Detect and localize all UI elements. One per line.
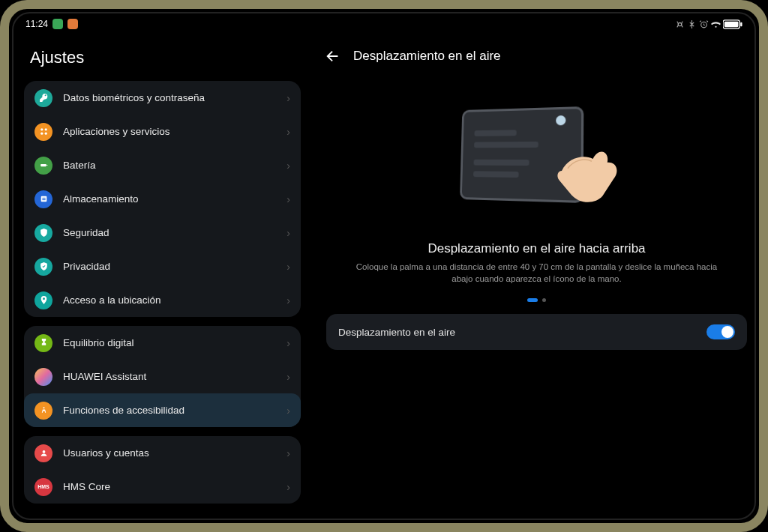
switch-knob — [722, 326, 734, 338]
chevron-right-icon: › — [286, 371, 290, 383]
sidebar-item-hms-core[interactable]: HMS HMS Core › — [24, 470, 301, 504]
air-scroll-toggle-row[interactable]: Desplazamiento en el aire — [326, 314, 747, 350]
sidebar-item-label: Almacenamiento — [63, 193, 286, 205]
chevron-right-icon: › — [286, 294, 290, 306]
svg-point-7 — [40, 133, 43, 135]
page-title: Ajustes — [24, 34, 301, 81]
key-icon — [34, 89, 52, 107]
hourglass-icon — [34, 334, 52, 352]
sidebar-item-label: Privacidad — [63, 261, 286, 272]
gesture-indicator-icon — [556, 115, 566, 125]
chevron-right-icon: › — [286, 193, 290, 205]
back-button[interactable] — [325, 48, 341, 64]
hand-icon — [550, 135, 622, 207]
sidebar-item-storage[interactable]: Almacenamiento › — [24, 182, 301, 216]
battery-icon — [34, 157, 52, 175]
air-scroll-switch[interactable] — [706, 324, 735, 339]
sidebar-item-location[interactable]: Acceso a la ubicación › — [24, 283, 301, 317]
nfc-icon — [675, 19, 685, 29]
svg-point-8 — [44, 133, 46, 135]
chevron-right-icon: › — [286, 337, 290, 349]
chevron-right-icon: › — [286, 481, 290, 493]
detail-header: Desplazamiento en el aire — [323, 34, 750, 72]
carousel-dot[interactable] — [542, 298, 546, 302]
wifi-icon — [711, 19, 721, 29]
svg-point-6 — [44, 128, 46, 130]
user-icon — [34, 444, 52, 462]
chevron-right-icon: › — [286, 160, 290, 172]
sidebar-item-label: Funciones de accesibilidad — [63, 405, 286, 416]
sidebar-item-users[interactable]: Usuarios y cuentas › — [24, 436, 301, 470]
detail-title: Desplazamiento en el aire — [353, 49, 501, 64]
chevron-right-icon: › — [286, 261, 290, 273]
status-right — [675, 19, 742, 29]
instruction-description: Coloque la palma a una distancia de entr… — [323, 261, 750, 285]
battery-icon — [723, 19, 742, 29]
status-indicator-icon — [68, 19, 78, 29]
svg-point-14 — [42, 450, 45, 453]
sidebar-group: Datos biométricos y contraseña › Aplicac… — [24, 81, 301, 317]
status-time: 11:24 — [26, 19, 48, 29]
svg-rect-4 — [740, 22, 742, 26]
bluetooth-off-icon — [687, 19, 697, 29]
status-bar: 11:24 — [14, 13, 754, 34]
svg-rect-9 — [40, 164, 46, 166]
chevron-right-icon: › — [286, 92, 290, 104]
sidebar-item-digital-balance[interactable]: Equilibrio digital › — [24, 326, 301, 360]
sidebar-item-label: Seguridad — [63, 227, 286, 238]
sidebar-item-label: Aplicaciones y servicios — [63, 126, 286, 137]
sidebar-item-label: Usuarios y cuentas — [63, 447, 286, 459]
svg-rect-10 — [46, 165, 47, 166]
sidebar-group: Equilibrio digital › HUAWEI Assistant › … — [24, 326, 301, 427]
svg-point-5 — [40, 128, 43, 130]
air-scroll-illustration — [323, 72, 750, 234]
sidebar-item-security[interactable]: Seguridad › — [24, 216, 301, 250]
sidebar-item-privacy[interactable]: Privacidad › — [24, 250, 301, 283]
sidebar-group: Usuarios y cuentas › HMS HMS Core › — [24, 436, 301, 504]
sidebar-item-biometrics[interactable]: Datos biométricos y contraseña › — [24, 81, 301, 115]
sidebar-item-accessibility[interactable]: Funciones de accesibilidad › — [24, 393, 301, 427]
sidebar-item-huawei-assistant[interactable]: HUAWEI Assistant › — [24, 360, 301, 393]
status-left: 11:24 — [26, 19, 78, 29]
sidebar-item-label: Batería — [63, 160, 286, 171]
sidebar-item-battery[interactable]: Batería › — [24, 148, 301, 182]
accessibility-icon — [34, 402, 52, 420]
toggle-label: Desplazamiento en el aire — [338, 327, 455, 338]
apps-icon — [34, 123, 52, 141]
status-indicator-icon — [52, 19, 63, 29]
privacy-shield-icon — [34, 258, 52, 276]
carousel-dots[interactable] — [323, 285, 750, 314]
carousel-dot-active[interactable] — [527, 298, 538, 302]
svg-rect-13 — [42, 199, 45, 200]
hms-icon: HMS — [34, 478, 52, 496]
sidebar-item-label: HMS Core — [63, 481, 286, 492]
svg-rect-3 — [724, 21, 739, 26]
chevron-right-icon: › — [286, 447, 290, 459]
sidebar-item-label: Datos biométricos y contraseña — [63, 92, 286, 103]
sidebar-item-label: Acceso a la ubicación — [63, 294, 286, 306]
alarm-icon — [699, 19, 709, 29]
svg-rect-11 — [40, 196, 46, 202]
assistant-icon — [34, 368, 52, 386]
svg-point-0 — [678, 22, 681, 25]
chevron-right-icon: › — [286, 405, 290, 417]
sidebar-item-label: HUAWEI Assistant — [63, 371, 286, 382]
sidebar-item-label: Equilibrio digital — [63, 337, 286, 348]
sidebar-item-apps[interactable]: Aplicaciones y servicios › — [24, 115, 301, 148]
instruction-title: Desplazamiento en el aire hacia arriba — [323, 234, 750, 261]
svg-rect-12 — [42, 198, 45, 199]
chevron-right-icon: › — [286, 126, 290, 138]
shield-icon — [34, 224, 52, 242]
chevron-right-icon: › — [286, 227, 290, 239]
detail-pane: Desplazamiento en el aire — [310, 34, 754, 519]
storage-icon — [34, 190, 52, 208]
settings-sidebar[interactable]: Ajustes Datos biométricos y contraseña ›… — [14, 34, 310, 519]
location-icon — [34, 291, 52, 309]
